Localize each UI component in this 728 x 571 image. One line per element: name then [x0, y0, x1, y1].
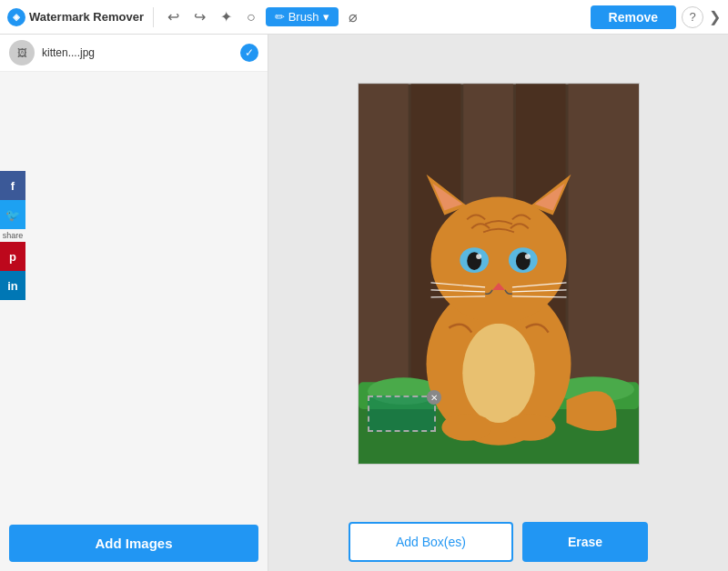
bottom-bar: Add Box(es) Erase [268, 513, 728, 571]
logo-icon: ◈ [7, 8, 25, 26]
svg-point-14 [430, 197, 566, 324]
watermark-selection-box[interactable]: ✕ [368, 396, 436, 432]
brush-icon: ✏ [275, 10, 285, 24]
cat-image: ✕ [358, 83, 640, 465]
close-icon: ✕ [430, 393, 438, 403]
pin-button[interactable]: ✦ [216, 6, 237, 27]
toolbar: ◈ Watermark Remover ↩ ↪ ✦ ○ ✏ Brush ▾ ⌀ … [0, 0, 728, 35]
pinterest-share-button[interactable]: p [0, 242, 25, 271]
linkedin-share-button[interactable]: in [0, 271, 25, 300]
comment-button[interactable]: ○ [242, 7, 260, 27]
redo-button[interactable]: ↪ [189, 6, 210, 27]
twitter-share-button[interactable]: 🐦 [0, 200, 25, 229]
toolbar-separator [153, 7, 154, 27]
app-title: Watermark Remover [29, 10, 144, 24]
add-images-button[interactable]: Add Images [9, 525, 258, 562]
pinterest-icon: p [9, 250, 16, 264]
erase-button[interactable]: Erase [522, 522, 648, 562]
share-label: share [0, 229, 25, 242]
svg-point-24 [524, 254, 530, 259]
eraser-button[interactable]: ⌀ [344, 6, 362, 27]
svg-point-32 [441, 414, 492, 441]
selection-close-button[interactable]: ✕ [427, 390, 441, 405]
next-button[interactable]: ❯ [709, 8, 721, 25]
toolbar-right: Remove ? ❯ [591, 5, 721, 29]
main-content: 🖼 kitten....jpg ✓ f 🐦 share p in Add Ima… [0, 35, 728, 571]
file-check-icon: ✓ [240, 44, 258, 62]
facebook-share-button[interactable]: f [0, 171, 25, 200]
undo-button[interactable]: ↩ [163, 6, 184, 27]
brush-button[interactable]: ✏ Brush ▾ [266, 7, 339, 26]
right-panel: ✕ Add Box(es) Erase [268, 35, 728, 571]
facebook-icon: f [11, 179, 15, 193]
svg-point-13 [462, 324, 534, 423]
left-panel: 🖼 kitten....jpg ✓ f 🐦 share p in Add Ima… [0, 35, 268, 571]
file-avatar: 🖼 [9, 40, 35, 65]
file-item[interactable]: 🖼 kitten....jpg ✓ [0, 35, 268, 72]
social-sidebar: f 🐦 share p in [0, 171, 25, 300]
add-box-button[interactable]: Add Box(es) [349, 522, 513, 562]
svg-point-33 [504, 414, 555, 441]
file-name: kitten....jpg [42, 46, 233, 59]
svg-point-23 [476, 254, 481, 259]
app-logo: ◈ Watermark Remover [7, 8, 144, 26]
image-container: ✕ [349, 35, 649, 513]
remove-button[interactable]: Remove [591, 5, 676, 29]
linkedin-icon: in [7, 279, 18, 293]
twitter-icon: 🐦 [5, 208, 20, 222]
brush-dropdown-icon: ▾ [323, 10, 329, 24]
brush-label: Brush [288, 10, 319, 24]
help-button[interactable]: ? [682, 6, 703, 28]
left-panel-bottom: Add Images [0, 516, 268, 571]
